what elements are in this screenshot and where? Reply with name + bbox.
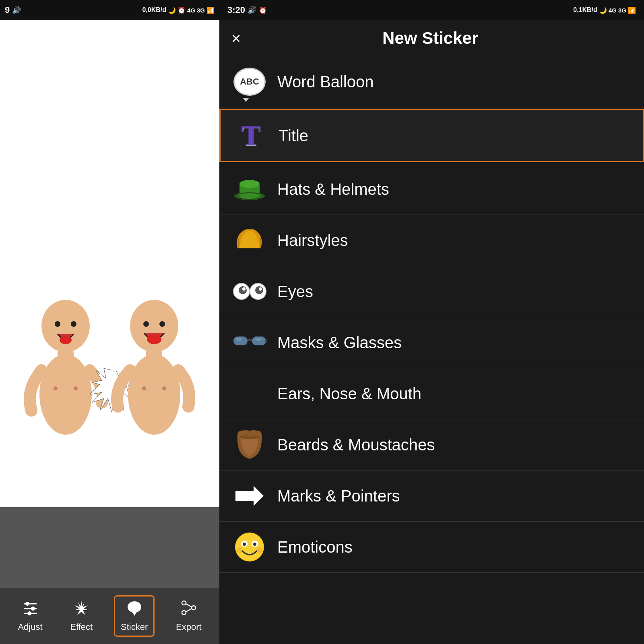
menu-item-beards-moustaches[interactable]: Beards & Moustaches [219, 419, 644, 471]
svg-point-48 [236, 338, 242, 341]
menu-item-marks-pointers[interactable]: Marks & Pointers [219, 471, 644, 522]
marks-pointers-label: Marks & Pointers [277, 487, 400, 505]
svg-rect-46 [233, 339, 234, 343]
ringtone-icon: 🔊 [12, 6, 21, 14]
hairstyles-icon [231, 222, 268, 258]
svg-point-6 [54, 386, 58, 390]
menu-item-hairstyles[interactable]: Hairstyles [219, 215, 644, 266]
menu-item-eyes[interactable]: Eyes [219, 266, 644, 317]
menu-item-word-balloon[interactable]: ABC Word Balloon [219, 56, 644, 107]
svg-point-23 [128, 601, 141, 613]
menu-item-title[interactable]: T Title [219, 109, 644, 162]
panel-title: New Sticker [253, 29, 608, 48]
cartoon-illustration [9, 286, 211, 507]
svg-point-55 [243, 543, 246, 546]
word-balloon-icon: ABC [231, 64, 268, 100]
svg-rect-50 [233, 380, 266, 408]
menu-item-emoticons[interactable]: Emoticons [219, 522, 644, 573]
menu-item-masks-glasses[interactable]: Masks & Glasses [219, 317, 644, 368]
signal-3g-left: 3G [197, 7, 205, 14]
svg-point-18 [25, 602, 29, 606]
svg-point-58 [237, 547, 242, 553]
svg-point-53 [236, 533, 263, 561]
signal-4g-left: 4G [187, 7, 195, 14]
canvas-white-area [0, 20, 219, 507]
menu-item-hats-helmets[interactable]: Hats & Helmets [219, 164, 644, 215]
svg-point-33 [239, 180, 260, 188]
svg-point-49 [255, 338, 262, 341]
masks-glasses-icon [231, 324, 268, 361]
svg-point-10 [143, 321, 149, 327]
svg-point-59 [257, 547, 262, 553]
canvas-area [0, 20, 219, 588]
alarm-icon-left: ⏰ [178, 6, 186, 14]
adjust-label: Adjust [18, 622, 42, 632]
status-bar-left: 9 🔊 0,0KB/d 🌙 ⏰ 4G 3G 📶 [0, 0, 219, 20]
sticker-button[interactable]: Sticker [114, 595, 155, 637]
left-status-info: 9 🔊 [5, 5, 21, 15]
svg-point-5 [39, 354, 92, 435]
svg-point-2 [71, 321, 76, 327]
status-right-right-info: 0,1KB/d 🌙 4G 3G 📶 [573, 6, 636, 14]
svg-point-14 [128, 354, 180, 435]
menu-item-ears-nose-mouth[interactable]: Ears, Nose & Mouth [219, 368, 644, 419]
svg-point-57 [253, 543, 256, 546]
svg-rect-47 [265, 339, 267, 343]
svg-point-15 [142, 386, 146, 390]
svg-point-20 [31, 607, 35, 611]
svg-point-42 [259, 287, 262, 291]
time-left: 9 [5, 5, 10, 15]
moon-icon-right: 🌙 [599, 6, 607, 14]
export-icon [181, 600, 197, 619]
svg-point-25 [182, 611, 186, 615]
svg-marker-51 [235, 486, 264, 506]
svg-point-9 [130, 300, 178, 352]
export-button[interactable]: Export [169, 596, 208, 636]
hats-helmets-label: Hats & Helmets [277, 180, 389, 198]
beards-moustaches-label: Beards & Moustaches [277, 436, 435, 454]
wifi-icon-left: 📶 [206, 6, 215, 14]
marks-pointers-icon [231, 478, 268, 514]
svg-point-41 [255, 286, 263, 294]
ears-nose-mouth-label: Ears, Nose & Mouth [277, 385, 421, 403]
title-label: Title [279, 127, 308, 145]
hairstyles-label: Hairstyles [277, 231, 348, 250]
panel-header: × New Sticker [219, 20, 644, 56]
emoticons-icon [231, 529, 268, 565]
eyes-icon [231, 273, 268, 310]
svg-point-1 [55, 321, 60, 327]
status-bar-right: 3:20 🔊 ⏰ 0,1KB/d 🌙 4G 3G 📶 [219, 0, 644, 20]
svg-point-3 [60, 336, 72, 344]
time-right: 3:20 [227, 5, 245, 15]
masks-glasses-label: Masks & Glasses [277, 334, 402, 352]
svg-marker-24 [132, 612, 137, 616]
svg-point-0 [41, 300, 90, 352]
svg-point-37 [239, 286, 247, 294]
data-speed-right: 0,1KB/d [573, 6, 597, 14]
svg-point-22 [27, 611, 31, 615]
left-panel: 9 🔊 0,0KB/d 🌙 ⏰ 4G 3G 📶 [0, 0, 219, 644]
moon-icon-left: 🌙 [168, 6, 176, 14]
word-balloon-label: Word Balloon [277, 73, 374, 91]
svg-line-28 [186, 609, 192, 612]
svg-point-7 [74, 386, 78, 390]
title-icon: T [233, 118, 269, 154]
ears-nose-mouth-icon [231, 376, 268, 412]
right-status-info: 0,0KB/d 🌙 ⏰ 4G 3G 📶 [142, 6, 215, 14]
sticker-label: Sticker [121, 622, 148, 632]
ringtone-icon-right: 🔊 [248, 6, 256, 14]
svg-point-38 [242, 287, 246, 291]
effect-icon [73, 600, 89, 619]
close-button[interactable]: × [231, 30, 241, 46]
adjust-icon [22, 600, 38, 619]
svg-point-11 [159, 321, 165, 327]
beards-moustaches-icon [231, 427, 268, 463]
svg-line-29 [186, 604, 192, 607]
effect-button[interactable]: Effect [64, 596, 99, 636]
export-label: Export [176, 622, 202, 632]
adjust-button[interactable]: Adjust [11, 596, 49, 636]
effect-label: Effect [70, 622, 93, 632]
svg-rect-45 [248, 339, 252, 341]
status-right-left-info: 3:20 🔊 ⏰ [227, 5, 267, 15]
signal-icons-right: 4G 3G [609, 7, 626, 14]
